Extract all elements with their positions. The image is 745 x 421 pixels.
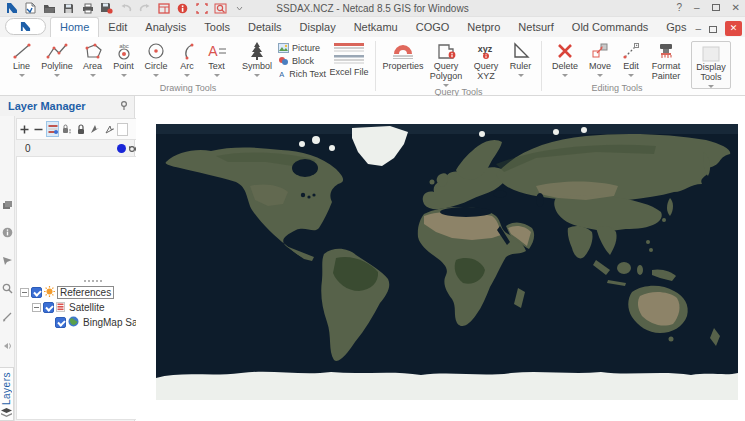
move-button[interactable]: Move bbox=[583, 37, 617, 77]
dropdown-caret[interactable] bbox=[597, 74, 603, 77]
query-xyz-icon: xyz bbox=[473, 41, 499, 61]
delete-button[interactable]: Delete bbox=[547, 37, 583, 77]
doc-minimize-button[interactable]: – bbox=[695, 23, 701, 34]
pick-arrow-alt-button[interactable] bbox=[102, 121, 115, 137]
open-folder-button[interactable] bbox=[43, 2, 56, 14]
collapse-icon[interactable] bbox=[32, 303, 41, 312]
dropdown-caret[interactable] bbox=[153, 74, 159, 77]
area-button[interactable]: Area bbox=[77, 37, 108, 77]
circle-button[interactable]: Circle bbox=[139, 37, 173, 77]
app-menu-button[interactable] bbox=[5, 18, 46, 35]
sketch-icon[interactable] bbox=[2, 308, 13, 326]
dropdown-caret[interactable] bbox=[628, 74, 634, 77]
zoom-window-button[interactable] bbox=[214, 2, 227, 14]
select-region-button[interactable] bbox=[195, 2, 208, 14]
tab-cogo[interactable]: COGO bbox=[407, 18, 459, 37]
query-polygon-button[interactable]: Query Polygon bbox=[425, 37, 467, 87]
format-painter-button[interactable]: Format Painter bbox=[645, 37, 687, 81]
properties-icon bbox=[390, 41, 416, 61]
symbol-button[interactable]: Symbol bbox=[238, 37, 276, 77]
map-viewport[interactable] bbox=[156, 124, 738, 400]
signal-icon[interactable] bbox=[2, 252, 13, 270]
tab-gps[interactable]: Gps bbox=[657, 18, 695, 37]
tab-edit[interactable]: Edit bbox=[99, 18, 136, 37]
close-button[interactable]: ✕ bbox=[732, 3, 740, 13]
layer-list-button[interactable] bbox=[46, 121, 59, 137]
dropdown-caret[interactable] bbox=[184, 74, 190, 77]
point-icon: abc bbox=[114, 41, 134, 61]
redo-button[interactable] bbox=[138, 2, 151, 14]
restore-button[interactable] bbox=[712, 3, 720, 13]
display-tools-button[interactable]: Display Tools bbox=[691, 41, 731, 89]
excel-file-button[interactable]: Excel File bbox=[328, 37, 370, 77]
polyline-button[interactable]: Polyline bbox=[37, 37, 77, 77]
window-grid-button[interactable] bbox=[157, 2, 170, 14]
antenna-icon[interactable] bbox=[2, 336, 13, 354]
undo-button[interactable] bbox=[119, 2, 132, 14]
doc-close-button[interactable]: ✕ bbox=[725, 21, 742, 36]
line-button[interactable]: Line bbox=[6, 37, 37, 77]
dropdown-caret[interactable] bbox=[54, 74, 60, 77]
color-swatch[interactable] bbox=[117, 144, 126, 153]
tab-old-commands[interactable]: Old Commands bbox=[563, 18, 657, 37]
tab-tools[interactable]: Tools bbox=[195, 18, 239, 37]
picture-button[interactable]: Picture bbox=[278, 41, 326, 54]
info-circle-icon[interactable] bbox=[2, 224, 13, 242]
checkbox-checked[interactable] bbox=[55, 317, 66, 328]
ruler-button[interactable]: Ruler bbox=[505, 37, 536, 77]
checkbox-checked[interactable] bbox=[43, 302, 54, 313]
dropdown-caret[interactable] bbox=[90, 74, 96, 77]
picture-icon bbox=[278, 43, 289, 53]
layers-dock-tab[interactable]: Layers bbox=[0, 367, 14, 421]
arc-button[interactable]: Arc bbox=[173, 37, 201, 77]
properties-button[interactable]: Properties bbox=[381, 37, 425, 71]
save-all-button[interactable] bbox=[100, 2, 113, 14]
pick-arrow-button[interactable] bbox=[88, 121, 101, 137]
dropdown-caret[interactable] bbox=[19, 74, 25, 77]
new-file-button[interactable] bbox=[24, 2, 37, 14]
key-lock-button[interactable] bbox=[60, 121, 73, 137]
dropdown-caret[interactable] bbox=[562, 74, 568, 77]
text-button[interactable]: A Text bbox=[201, 37, 232, 77]
search-icon[interactable] bbox=[2, 280, 13, 298]
rich-text-button[interactable]: A Rich Text bbox=[278, 67, 326, 80]
info-button[interactable] bbox=[176, 2, 189, 14]
pin-icon[interactable] bbox=[120, 100, 128, 112]
tab-display[interactable]: Display bbox=[291, 18, 345, 37]
checkbox-checked[interactable] bbox=[31, 287, 42, 298]
dropdown-caret[interactable] bbox=[518, 74, 524, 77]
tab-home[interactable]: Home bbox=[50, 17, 99, 38]
map-content-area bbox=[136, 96, 745, 421]
ribbon: Line Polyline Area abc bbox=[0, 37, 745, 96]
lock-button[interactable] bbox=[74, 121, 87, 137]
help-button[interactable]: ? bbox=[676, 3, 682, 13]
dropdown-caret[interactable] bbox=[708, 85, 714, 88]
tab-details[interactable]: Details bbox=[239, 18, 291, 37]
query-xyz-button[interactable]: xyz Query XYZ bbox=[467, 37, 505, 81]
edit-button[interactable]: Edit bbox=[617, 37, 645, 77]
minimize-button[interactable]: – bbox=[694, 3, 700, 13]
save-button[interactable] bbox=[62, 2, 75, 14]
add-layer-button[interactable] bbox=[18, 121, 31, 137]
print-button[interactable] bbox=[81, 2, 94, 14]
list-icon bbox=[56, 302, 65, 314]
tab-analysis[interactable]: Analysis bbox=[136, 18, 195, 37]
block-button[interactable]: Block bbox=[278, 54, 326, 67]
map-arctic-ocean bbox=[156, 124, 738, 134]
layers-book-icon[interactable] bbox=[2, 196, 13, 214]
doc-restore-button[interactable] bbox=[709, 19, 717, 37]
dropdown-caret[interactable] bbox=[214, 74, 220, 77]
collapse-icon[interactable] bbox=[20, 288, 29, 297]
dropdown-caret[interactable] bbox=[121, 74, 127, 77]
tab-netkamu[interactable]: Netkamu bbox=[345, 18, 407, 37]
remove-layer-button[interactable] bbox=[32, 121, 45, 137]
tab-netsurf[interactable]: Netsurf bbox=[509, 18, 562, 37]
sun-icon bbox=[44, 286, 55, 299]
point-button[interactable]: abc Point bbox=[108, 37, 139, 77]
filter-box[interactable] bbox=[117, 123, 128, 136]
tab-netpro[interactable]: Netpro bbox=[458, 18, 509, 37]
qat-more-dropdown[interactable] bbox=[233, 2, 246, 14]
layer-manager-body: Layers bbox=[0, 116, 134, 421]
globe-icon bbox=[68, 316, 79, 329]
dropdown-caret[interactable] bbox=[254, 74, 260, 77]
